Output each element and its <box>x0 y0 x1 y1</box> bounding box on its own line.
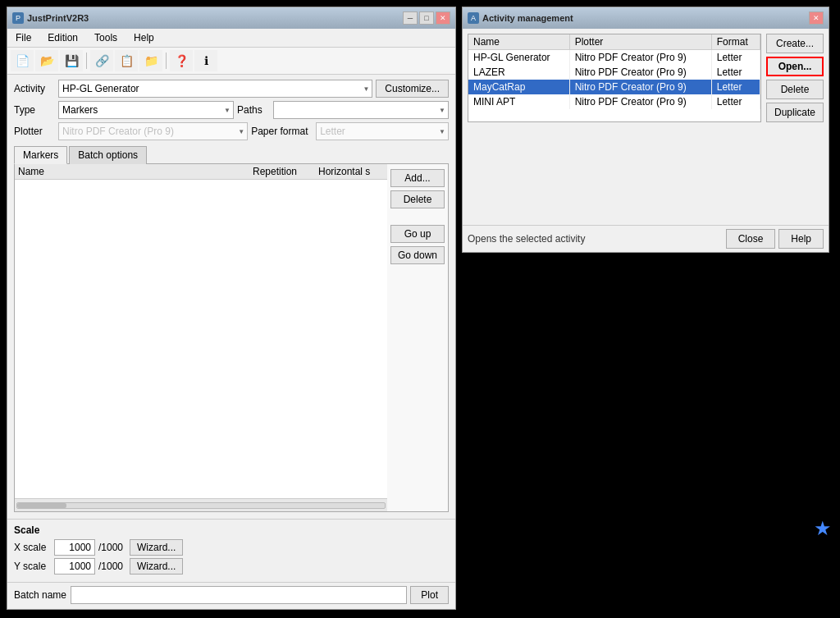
customize-button[interactable]: Customize... <box>376 80 449 98</box>
activity-select[interactable]: HP-GL Generator <box>58 80 372 98</box>
main-title-bar: P JustPrintV2R3 ─ □ ✕ <box>7 7 455 29</box>
save-button[interactable]: 💾 <box>60 50 83 71</box>
paper-format-select[interactable]: Letter <box>316 122 449 140</box>
activity-window-icon: A <box>468 12 479 24</box>
paste-button[interactable]: 📋 <box>115 50 138 71</box>
toolbar-separator-1 <box>86 53 87 69</box>
main-window-title: JustPrintV2R3 <box>27 13 89 23</box>
activity-bottom-buttons: Close Help <box>726 229 824 249</box>
open-activity-button[interactable]: Open... <box>766 57 824 76</box>
open-button[interactable]: 📂 <box>35 50 58 71</box>
activity-cell-plotter: Nitro PDF Creator (Pro 9) <box>569 80 711 94</box>
minimize-button[interactable]: ─ <box>403 11 418 25</box>
go-down-button[interactable]: Go down <box>390 246 445 264</box>
activity-title-left: A Activity management <box>468 12 573 24</box>
activity-window-title: Activity management <box>482 13 573 23</box>
type-select-wrapper: Markers <box>58 101 234 119</box>
activity-close-button[interactable]: ✕ <box>809 11 824 25</box>
col-header-repetition: Repetition <box>253 166 318 177</box>
batch-name-input[interactable] <box>71 586 407 604</box>
activity-cell-format: Letter <box>711 65 760 80</box>
plotter-select-wrapper: Nitro PDF Creator (Pro 9) <box>58 122 248 140</box>
main-window: P JustPrintV2R3 ─ □ ✕ File Edition Tools… <box>7 7 456 610</box>
menu-help[interactable]: Help <box>129 30 159 45</box>
type-paths-row: Type Markers Paths <box>14 101 449 119</box>
menu-edition[interactable]: Edition <box>43 30 83 45</box>
batch-name-label: Batch name <box>14 589 67 601</box>
activity-cell-plotter: Nitro PDF Creator (Pro 9) <box>569 50 711 66</box>
activity-cell-plotter: Nitro PDF Creator (Pro 9) <box>569 65 711 80</box>
activity-title-controls: ✕ <box>809 11 824 25</box>
x-scale-input[interactable]: 1000 <box>54 539 95 556</box>
copy-activity-button[interactable]: 🔗 <box>90 50 113 71</box>
activity-content: Name Plotter Format HP-GL GeneratorNitro… <box>463 29 829 225</box>
activity-table-row[interactable]: LAZERNitro PDF Creator (Pro 9)Letter <box>468 65 760 80</box>
add-button[interactable]: Add... <box>390 169 445 187</box>
activity-cell-name: LAZER <box>468 65 569 80</box>
delete-activity-button[interactable]: Delete <box>766 80 824 99</box>
y-wizard-button[interactable]: Wizard... <box>130 558 183 575</box>
create-button[interactable]: Create... <box>766 34 824 53</box>
tabs-header: Markers Batch options <box>14 145 449 164</box>
paths-select-wrapper <box>273 101 449 119</box>
table-body <box>15 180 387 498</box>
activity-cell-format: Letter <box>711 80 760 94</box>
scroll-track[interactable] <box>16 502 386 509</box>
menu-tools[interactable]: Tools <box>89 30 122 45</box>
close-button[interactable]: ✕ <box>436 11 450 25</box>
activity-cell-name: MayCatRap <box>468 80 569 94</box>
help-button[interactable]: ❓ <box>170 50 193 71</box>
open-folder-button[interactable]: 📁 <box>139 50 162 71</box>
duplicate-button[interactable]: Duplicate <box>766 103 824 122</box>
go-up-button[interactable]: Go up <box>390 225 445 243</box>
plotter-label: Plotter <box>14 126 55 137</box>
table-buttons: Add... Delete Go up Go down <box>387 164 448 511</box>
x-wizard-button[interactable]: Wizard... <box>130 539 183 556</box>
batch-row: Batch name Plot <box>7 582 455 609</box>
col-name-header: Name <box>468 34 569 50</box>
col-header-name: Name <box>18 166 253 177</box>
y-scale-label: Y scale <box>14 561 51 572</box>
y-scale-row: Y scale 1000 /1000 Wizard... <box>14 558 449 575</box>
title-bar-controls: ─ □ ✕ <box>403 11 450 25</box>
delete-button[interactable]: Delete <box>390 190 445 208</box>
table-header: Name Repetition Horizontal s <box>15 164 387 180</box>
help-activity-button[interactable]: Help <box>778 229 824 249</box>
scale-area: Scale X scale 1000 /1000 Wizard... Y sca… <box>7 519 455 582</box>
maximize-button[interactable]: □ <box>419 11 434 25</box>
x-scale-div: /1000 <box>98 542 123 553</box>
form-area: Activity HP-GL Generator Customize... Ty… <box>7 75 455 145</box>
plotter-select[interactable]: Nitro PDF Creator (Pro 9) <box>58 122 248 140</box>
y-scale-div: /1000 <box>98 561 123 572</box>
col-header-horizontal: Horizontal s <box>318 166 384 177</box>
y-scale-input[interactable]: 1000 <box>54 558 95 575</box>
type-select[interactable]: Markers <box>58 101 234 119</box>
activity-table-container: Name Plotter Format HP-GL GeneratorNitro… <box>468 34 761 122</box>
x-scale-row: X scale 1000 /1000 Wizard... <box>14 539 449 556</box>
type-label: Type <box>14 104 55 116</box>
paths-select[interactable] <box>273 101 449 119</box>
activity-buttons: Create... Open... Delete Duplicate <box>766 34 824 122</box>
tabs-container: Markers Batch options Name Repetition Ho… <box>7 145 455 519</box>
activity-table-row[interactable]: HP-GL GeneratorNitro PDF Creator (Pro 9)… <box>468 50 760 66</box>
activity-table-row[interactable]: MayCatRapNitro PDF Creator (Pro 9)Letter <box>468 80 760 94</box>
new-button[interactable]: 📄 <box>11 50 34 71</box>
activity-row: Activity HP-GL Generator Customize... <box>14 80 449 98</box>
paper-format-wrapper: Letter <box>316 122 449 140</box>
activity-cell-format: Letter <box>711 50 760 66</box>
activity-table: Name Plotter Format HP-GL GeneratorNitro… <box>468 34 760 109</box>
plot-button[interactable]: Plot <box>410 586 449 604</box>
info-button[interactable]: ℹ <box>194 50 217 71</box>
close-activity-button[interactable]: Close <box>726 229 776 249</box>
tab-markers[interactable]: Markers <box>14 146 67 164</box>
activity-table-row[interactable]: MINI APTNitro PDF Creator (Pro 9)Letter <box>468 94 760 109</box>
scroll-thumb[interactable] <box>17 503 66 508</box>
activity-cell-name: HP-GL Generator <box>468 50 569 66</box>
tab-batch-options[interactable]: Batch options <box>69 146 147 164</box>
menu-file[interactable]: File <box>11 30 36 45</box>
title-bar-left: P JustPrintV2R3 <box>12 12 89 24</box>
activity-cell-name: MINI APT <box>468 94 569 109</box>
tab-content: Name Repetition Horizontal s Add... Dele… <box>14 164 449 512</box>
activity-label: Activity <box>14 83 55 94</box>
plotter-row: Plotter Nitro PDF Creator (Pro 9) Paper … <box>14 122 449 140</box>
